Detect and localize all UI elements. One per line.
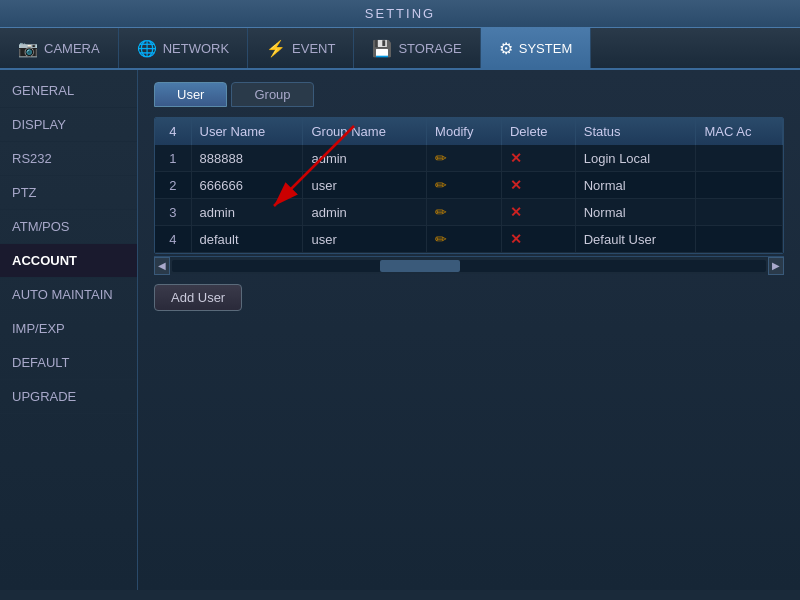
cell-delete[interactable]: ✕ bbox=[501, 199, 575, 226]
cell-num: 2 bbox=[155, 172, 191, 199]
cell-num: 1 bbox=[155, 145, 191, 172]
cell-username: 666666 bbox=[191, 172, 303, 199]
table-row: 2 666666 user ✏ ✕ Normal bbox=[155, 172, 783, 199]
cell-status: Normal bbox=[575, 199, 696, 226]
scroll-thumb[interactable] bbox=[380, 260, 460, 272]
col-header-groupname: Group Name bbox=[303, 118, 427, 145]
cell-groupname: user bbox=[303, 226, 427, 253]
cell-groupname: user bbox=[303, 172, 427, 199]
nav-tab-storage-label: STORAGE bbox=[398, 41, 461, 56]
cell-modify[interactable]: ✏ bbox=[427, 172, 502, 199]
sidebar-item-auto-maintain[interactable]: AUTO MAINTAIN bbox=[0, 278, 137, 312]
main-layout: GENERAL DISPLAY RS232 PTZ ATM/POS ACCOUN… bbox=[0, 70, 800, 590]
system-icon: ⚙ bbox=[499, 39, 513, 58]
cell-modify[interactable]: ✏ bbox=[427, 145, 502, 172]
sub-tab-group[interactable]: Group bbox=[231, 82, 313, 107]
add-user-button[interactable]: Add User bbox=[154, 284, 242, 311]
table-header-row: 4 User Name Group Name Modify Delete Sta… bbox=[155, 118, 783, 145]
nav-tab-system-label: SYSTEM bbox=[519, 41, 572, 56]
content-area: User Group 4 User Name Group Name bbox=[138, 70, 800, 590]
sidebar-item-rs232[interactable]: RS232 bbox=[0, 142, 137, 176]
user-table-body: 1 888888 admin ✏ ✕ Login Local 2 666666 … bbox=[155, 145, 783, 253]
sidebar: GENERAL DISPLAY RS232 PTZ ATM/POS ACCOUN… bbox=[0, 70, 138, 590]
cell-username: default bbox=[191, 226, 303, 253]
cell-delete[interactable]: ✕ bbox=[501, 145, 575, 172]
cell-groupname: admin bbox=[303, 199, 427, 226]
nav-tab-camera-label: CAMERA bbox=[44, 41, 100, 56]
cell-groupname: admin bbox=[303, 145, 427, 172]
sidebar-item-ptz[interactable]: PTZ bbox=[0, 176, 137, 210]
col-header-status: Status bbox=[575, 118, 696, 145]
delete-icon[interactable]: ✕ bbox=[510, 204, 522, 220]
user-table-container: 4 User Name Group Name Modify Delete Sta… bbox=[154, 117, 784, 254]
user-table: 4 User Name Group Name Modify Delete Sta… bbox=[155, 118, 783, 253]
sidebar-item-atm-pos[interactable]: ATM/POS bbox=[0, 210, 137, 244]
table-row: 3 admin admin ✏ ✕ Normal bbox=[155, 199, 783, 226]
col-header-username: User Name bbox=[191, 118, 303, 145]
table-row: 1 888888 admin ✏ ✕ Login Local bbox=[155, 145, 783, 172]
title-text: SETTING bbox=[365, 6, 435, 21]
cell-username: admin bbox=[191, 199, 303, 226]
nav-tab-event[interactable]: ⚡ EVENT bbox=[248, 28, 354, 68]
cell-delete[interactable]: ✕ bbox=[501, 172, 575, 199]
sidebar-item-upgrade[interactable]: UPGRADE bbox=[0, 380, 137, 414]
cell-status: Default User bbox=[575, 226, 696, 253]
cell-mac bbox=[696, 226, 783, 253]
modify-icon[interactable]: ✏ bbox=[435, 204, 447, 220]
storage-icon: 💾 bbox=[372, 39, 392, 58]
col-header-modify: Modify bbox=[427, 118, 502, 145]
cell-username: 888888 bbox=[191, 145, 303, 172]
col-header-mac: MAC Ac bbox=[696, 118, 783, 145]
delete-icon[interactable]: ✕ bbox=[510, 177, 522, 193]
delete-icon[interactable]: ✕ bbox=[510, 231, 522, 247]
sub-tabs: User Group bbox=[154, 82, 784, 107]
cell-delete[interactable]: ✕ bbox=[501, 226, 575, 253]
table-wrapper: 4 User Name Group Name Modify Delete Sta… bbox=[154, 117, 784, 254]
cell-mac bbox=[696, 145, 783, 172]
sidebar-item-account[interactable]: ACCOUNT bbox=[0, 244, 137, 278]
modify-icon[interactable]: ✏ bbox=[435, 150, 447, 166]
sidebar-item-general[interactable]: GENERAL bbox=[0, 74, 137, 108]
col-header-delete: Delete bbox=[501, 118, 575, 145]
cell-mac bbox=[696, 172, 783, 199]
sidebar-item-display[interactable]: DISPLAY bbox=[0, 108, 137, 142]
scroll-track[interactable] bbox=[172, 260, 766, 272]
sidebar-item-imp-exp[interactable]: IMP/EXP bbox=[0, 312, 137, 346]
cell-mac bbox=[696, 199, 783, 226]
title-bar: SETTING bbox=[0, 0, 800, 28]
nav-tab-network-label: NETWORK bbox=[163, 41, 229, 56]
scroll-left-arrow[interactable]: ◀ bbox=[154, 257, 170, 275]
delete-icon[interactable]: ✕ bbox=[510, 150, 522, 166]
modify-icon[interactable]: ✏ bbox=[435, 177, 447, 193]
table-row: 4 default user ✏ ✕ Default User bbox=[155, 226, 783, 253]
sub-tab-user[interactable]: User bbox=[154, 82, 227, 107]
nav-tab-system[interactable]: ⚙ SYSTEM bbox=[481, 28, 591, 68]
nav-tab-camera[interactable]: 📷 CAMERA bbox=[0, 28, 119, 68]
sidebar-item-default[interactable]: DEFAULT bbox=[0, 346, 137, 380]
cell-modify[interactable]: ✏ bbox=[427, 226, 502, 253]
cell-status: Login Local bbox=[575, 145, 696, 172]
nav-tab-event-label: EVENT bbox=[292, 41, 335, 56]
cell-num: 3 bbox=[155, 199, 191, 226]
col-header-num: 4 bbox=[155, 118, 191, 145]
camera-icon: 📷 bbox=[18, 39, 38, 58]
nav-tab-storage[interactable]: 💾 STORAGE bbox=[354, 28, 480, 68]
modify-icon[interactable]: ✏ bbox=[435, 231, 447, 247]
cell-num: 4 bbox=[155, 226, 191, 253]
scroll-right-arrow[interactable]: ▶ bbox=[768, 257, 784, 275]
nav-tabs: 📷 CAMERA 🌐 NETWORK ⚡ EVENT 💾 STORAGE ⚙ S… bbox=[0, 28, 800, 70]
horizontal-scrollbar[interactable]: ◀ ▶ bbox=[154, 256, 784, 274]
network-icon: 🌐 bbox=[137, 39, 157, 58]
nav-tab-network[interactable]: 🌐 NETWORK bbox=[119, 28, 248, 68]
cell-status: Normal bbox=[575, 172, 696, 199]
event-icon: ⚡ bbox=[266, 39, 286, 58]
cell-modify[interactable]: ✏ bbox=[427, 199, 502, 226]
